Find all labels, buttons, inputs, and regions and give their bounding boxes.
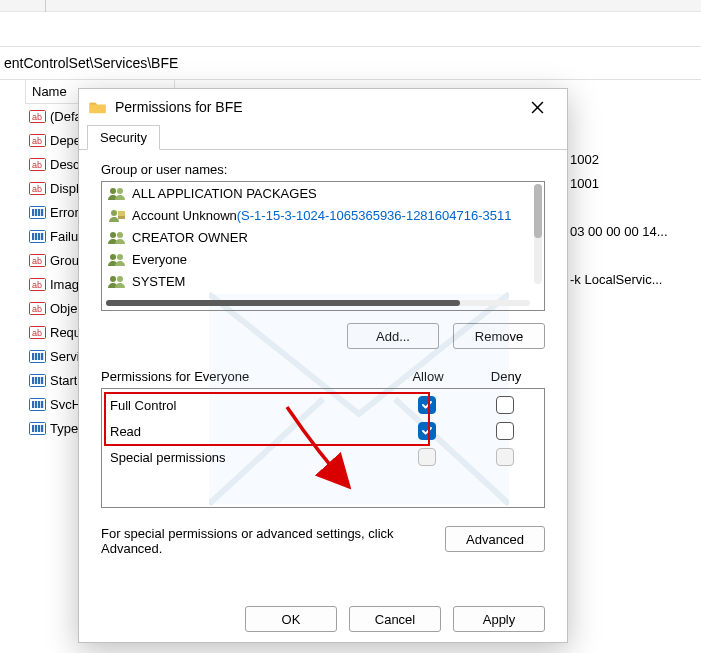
svg-rect-38: [35, 401, 37, 408]
principal-name: ALL APPLICATION PACKAGES: [132, 186, 317, 201]
svg-text:ab: ab: [32, 184, 42, 194]
principal-icon: [108, 252, 126, 266]
reg-type-icon: [29, 350, 46, 363]
principal-item[interactable]: Account Unknown(S-1-15-3-1024-1065365936…: [102, 204, 544, 226]
reg-value-name: Start: [50, 373, 77, 388]
regedit-path-text: entControlSet\Services\BFE: [0, 55, 178, 71]
svg-point-55: [117, 254, 123, 260]
regedit-data-column-peek: 1002 1001 03 00 00 00 14... -k LocalServ…: [570, 80, 668, 296]
svg-rect-15: [35, 233, 37, 240]
reg-type-icon: ab: [29, 278, 46, 291]
svg-point-52: [110, 232, 116, 238]
principal-name: CREATOR OWNER: [132, 230, 248, 245]
svg-rect-51: [118, 216, 125, 219]
svg-rect-45: [41, 425, 43, 432]
svg-rect-40: [41, 401, 43, 408]
permissions-for-label: Permissions for Everyone: [101, 369, 389, 384]
reg-type-icon: [29, 206, 46, 219]
reg-type-icon: ab: [29, 182, 46, 195]
svg-point-54: [110, 254, 116, 260]
scrollbar-thumb[interactable]: [534, 184, 542, 238]
svg-point-53: [117, 232, 123, 238]
reg-type-icon: [29, 422, 46, 435]
svg-rect-34: [38, 377, 40, 384]
cancel-button[interactable]: Cancel: [349, 606, 441, 632]
permissions-dialog: Permissions for BFE Security Group or us…: [78, 88, 568, 643]
reg-type-icon: [29, 374, 46, 387]
principal-name: Account Unknown(S-1-15-3-1024-1065365936…: [132, 208, 511, 223]
reg-type-icon: ab: [29, 134, 46, 147]
svg-text:ab: ab: [32, 328, 42, 338]
permissions-table: Full ControlReadSpecial permissions: [101, 388, 545, 508]
permission-row: Full Control: [102, 392, 544, 418]
scrollbar-horizontal-thumb[interactable]: [106, 300, 460, 306]
principal-icon: [108, 208, 126, 222]
svg-rect-29: [38, 353, 40, 360]
folder-icon: [89, 100, 107, 114]
principal-item[interactable]: ALL APPLICATION PACKAGES: [102, 182, 544, 204]
svg-rect-10: [35, 209, 37, 216]
reg-type-icon: ab: [29, 302, 46, 315]
reg-type-icon: ab: [29, 158, 46, 171]
principals-listbox[interactable]: ALL APPLICATION PACKAGESAccount Unknown(…: [101, 181, 545, 311]
permission-name: Special permissions: [110, 450, 388, 465]
svg-point-56: [110, 276, 116, 282]
principal-item[interactable]: SYSTEM: [102, 270, 544, 292]
svg-rect-50: [118, 211, 125, 216]
svg-text:ab: ab: [32, 304, 42, 314]
svg-rect-16: [38, 233, 40, 240]
checkbox: [496, 448, 514, 466]
svg-rect-28: [35, 353, 37, 360]
regedit-path-bar: entControlSet\Services\BFE: [0, 46, 701, 80]
svg-rect-11: [38, 209, 40, 216]
dialog-title: Permissions for BFE: [115, 99, 517, 115]
reg-type-icon: ab: [29, 254, 46, 267]
add-button[interactable]: Add...: [347, 323, 439, 349]
svg-rect-30: [41, 353, 43, 360]
reg-type-icon: ab: [29, 326, 46, 339]
svg-rect-33: [35, 377, 37, 384]
svg-rect-42: [32, 425, 34, 432]
reg-type-icon: [29, 230, 46, 243]
svg-text:ab: ab: [32, 280, 42, 290]
reg-type-icon: [29, 398, 46, 411]
deny-column-header: Deny: [467, 369, 545, 384]
principal-icon: [108, 274, 126, 288]
svg-text:ab: ab: [32, 136, 42, 146]
checkbox[interactable]: [496, 396, 514, 414]
svg-rect-14: [32, 233, 34, 240]
principal-item[interactable]: CREATOR OWNER: [102, 226, 544, 248]
tab-security[interactable]: Security: [87, 125, 160, 150]
advanced-button[interactable]: Advanced: [445, 526, 545, 552]
permission-row: Special permissions: [102, 444, 544, 470]
ok-button[interactable]: OK: [245, 606, 337, 632]
principal-item[interactable]: Everyone: [102, 248, 544, 270]
checkbox[interactable]: [496, 422, 514, 440]
remove-button[interactable]: Remove: [453, 323, 545, 349]
svg-text:ab: ab: [32, 256, 42, 266]
svg-rect-39: [38, 401, 40, 408]
permission-row: Read: [102, 418, 544, 444]
svg-point-57: [117, 276, 123, 282]
advanced-note: For special permissions or advanced sett…: [101, 526, 445, 556]
allow-column-header: Allow: [389, 369, 467, 384]
svg-rect-44: [38, 425, 40, 432]
svg-rect-27: [32, 353, 34, 360]
svg-rect-43: [35, 425, 37, 432]
svg-point-49: [111, 210, 117, 216]
permission-name: Full Control: [110, 398, 388, 413]
close-button[interactable]: [517, 92, 557, 122]
apply-button[interactable]: Apply: [453, 606, 545, 632]
principal-icon: [108, 186, 126, 200]
svg-rect-9: [32, 209, 34, 216]
group-names-label: Group or user names:: [101, 162, 545, 177]
svg-rect-37: [32, 401, 34, 408]
svg-rect-17: [41, 233, 43, 240]
principal-icon: [108, 230, 126, 244]
window-top-strip: [0, 0, 701, 12]
permission-name: Read: [110, 424, 388, 439]
svg-rect-32: [32, 377, 34, 384]
checkbox[interactable]: [418, 422, 436, 440]
checkbox[interactable]: [418, 396, 436, 414]
svg-rect-12: [41, 209, 43, 216]
